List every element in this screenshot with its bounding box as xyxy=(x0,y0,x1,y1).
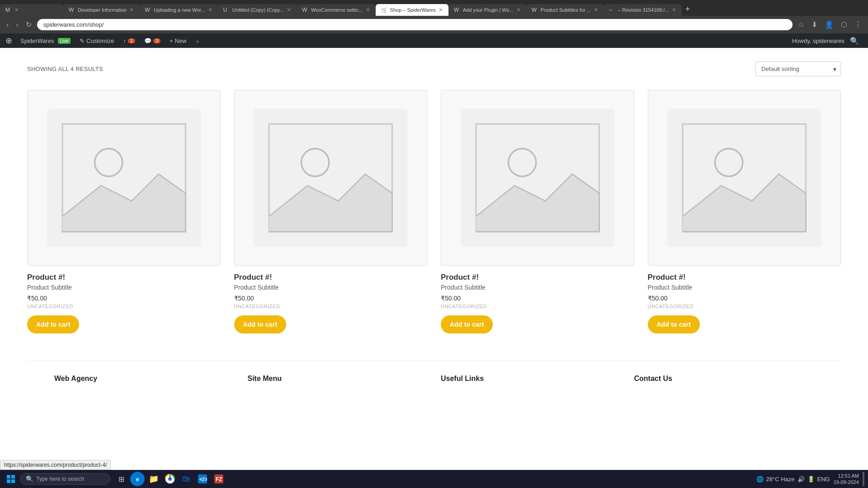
tabs-bar: M ✕ W Developer Information ✕ W Uploadin… xyxy=(0,0,868,16)
back-button[interactable]: ‹ xyxy=(5,19,10,31)
tab-woocommerce[interactable]: W WooCommerce settin... ✕ xyxy=(297,4,376,16)
profile-icon[interactable]: 👤 xyxy=(823,19,835,31)
reload-button[interactable]: ↻ xyxy=(24,19,33,31)
tab-close-revision[interactable]: ✕ xyxy=(672,7,676,13)
forward-button[interactable]: › xyxy=(14,19,20,31)
tab-favicon-revision: – xyxy=(609,7,615,13)
tab-close-add-plugin[interactable]: ✕ xyxy=(516,7,521,13)
product-category-1: UNCATEGORIZED xyxy=(27,304,221,309)
tab-close-woocommerce[interactable]: ✕ xyxy=(366,7,370,13)
tab-label-uploading: Uploading a new Wor... xyxy=(154,7,205,13)
tab-untitled[interactable]: U Untitled (Copy) (Copy... ✕ xyxy=(218,4,297,16)
add-to-cart-button-3[interactable]: Add to cart xyxy=(441,315,493,333)
product-image-3[interactable] xyxy=(441,90,634,266)
tab-developer-info[interactable]: W Developer Information ✕ xyxy=(63,4,139,16)
product-subtitle-3: Product Subtitle xyxy=(441,284,634,291)
add-to-cart-button-1[interactable]: Add to cart xyxy=(27,315,79,333)
tab-product-subtitles[interactable]: W Product Subtitles for ... ✕ xyxy=(526,4,604,16)
product-image-4[interactable] xyxy=(648,90,841,266)
add-to-cart-button-2[interactable]: Add to cart xyxy=(234,315,286,333)
tab-close-shop[interactable]: ✕ xyxy=(439,7,443,13)
address-input[interactable] xyxy=(37,19,793,30)
tab-uploading[interactable]: W Uploading a new Wor... ✕ xyxy=(139,4,218,16)
tag-icon: ⬦ xyxy=(196,38,199,44)
tab-label-revision: – Revision 3154109:/... xyxy=(618,7,669,13)
tab-gmail[interactable]: M ✕ xyxy=(0,4,63,16)
product-subtitle-1: Product Subtitle xyxy=(27,284,221,291)
add-to-cart-button-4[interactable]: Add to cart xyxy=(648,315,700,333)
comments-count: 3 xyxy=(153,38,160,43)
products-grid: Product #! Product Subtitle ₹50.00 UNCAT… xyxy=(27,90,841,333)
live-badge: Live xyxy=(58,38,71,44)
tab-close-uploading[interactable]: ✕ xyxy=(208,7,212,13)
comments-icon: 💬 xyxy=(144,38,151,44)
tab-favicon-gmail: M xyxy=(5,7,12,13)
customize-label: Customize xyxy=(86,38,114,44)
extensions-icon[interactable]: ⬡ xyxy=(839,19,849,31)
wp-logo-icon[interactable]: ⊕ xyxy=(5,36,12,46)
address-bar-row: ‹ › ↻ ☆ ⬇ 👤 ⬡ ⋮ xyxy=(0,16,868,33)
howdy-text: Howdy, spiderwares xyxy=(792,38,844,44)
wp-customize[interactable]: ✎ Customize xyxy=(75,33,118,48)
tab-label-product-subtitles: Product Subtitles for ... xyxy=(541,7,591,13)
download-icon[interactable]: ⬇ xyxy=(810,19,819,31)
footer-col-title-4: Contact Us xyxy=(634,375,814,383)
product-category-2: UNCATEGORIZED xyxy=(234,304,428,309)
new-tab-button[interactable]: + xyxy=(682,3,694,16)
tab-close-developer[interactable]: ✕ xyxy=(129,7,134,13)
site-name-label: SpiderWares xyxy=(20,38,54,44)
product-price-3: ₹50.00 xyxy=(441,295,634,302)
updates-icon: ↑ xyxy=(123,38,126,44)
wp-search-icon[interactable]: 🔍 xyxy=(846,35,863,47)
tab-favicon-add-plugin: W xyxy=(454,7,460,13)
product-title-4: Product #! xyxy=(648,273,841,282)
page-content: SHOWING ALL 4 RESULTS Default sorting So… xyxy=(0,48,868,415)
product-card-1: Product #! Product Subtitle ₹50.00 UNCAT… xyxy=(27,90,221,333)
product-subtitle-2: Product Subtitle xyxy=(234,284,428,291)
browser-chrome: M ✕ W Developer Information ✕ W Uploadin… xyxy=(0,0,868,33)
wp-site-name[interactable]: SpiderWares Live xyxy=(16,33,75,48)
wp-admin-bar: ⊕ SpiderWares Live ✎ Customize ↑ 1 💬 3 +… xyxy=(0,33,868,48)
product-image-1[interactable] xyxy=(27,90,221,266)
product-title-2: Product #! xyxy=(234,273,428,282)
product-placeholder-3 xyxy=(461,108,614,248)
sort-select[interactable]: Default sorting Sort by popularity Sort … xyxy=(755,61,841,76)
product-category-4: UNCATEGORIZED xyxy=(648,304,841,309)
tab-favicon-uploading: W xyxy=(145,7,151,13)
tab-add-plugin[interactable]: W Add your Plugin | Wo... ✕ xyxy=(448,4,526,16)
wp-admin-bar-right: Howdy, spiderwares 🔍 xyxy=(792,35,863,47)
sort-wrapper: Default sorting Sort by popularity Sort … xyxy=(755,61,841,76)
tab-label-developer: Developer Information xyxy=(78,7,127,13)
product-image-2[interactable] xyxy=(234,90,428,266)
tab-favicon-developer: W xyxy=(69,7,75,13)
bookmark-icon[interactable]: ☆ xyxy=(796,19,806,31)
showing-results-text: SHOWING ALL 4 RESULTS xyxy=(27,66,103,72)
tab-label-shop: Shop – SpiderWares xyxy=(390,7,436,13)
tab-shop[interactable]: 🛒 Shop – SpiderWares ✕ xyxy=(376,4,448,16)
updates-count: 1 xyxy=(128,38,135,43)
product-title-3: Product #! xyxy=(441,273,634,282)
product-subtitle-4: Product Subtitle xyxy=(648,284,841,291)
tab-label-woocommerce: WooCommerce settin... xyxy=(311,7,363,13)
menu-icon[interactable]: ⋮ xyxy=(853,19,863,31)
product-price-2: ₹50.00 xyxy=(234,295,428,302)
footer-col-site-menu: Site Menu xyxy=(248,375,428,388)
product-placeholder-4 xyxy=(667,108,821,248)
tab-close-product-subtitles[interactable]: ✕ xyxy=(594,7,598,13)
wp-tag-icon[interactable]: ⬦ xyxy=(191,33,204,48)
plus-icon: + xyxy=(170,38,173,44)
product-placeholder-2 xyxy=(254,108,407,248)
wp-new[interactable]: + New xyxy=(165,33,191,48)
tab-close-untitled[interactable]: ✕ xyxy=(287,7,291,13)
tab-revision[interactable]: – – Revision 3154109:/... ✕ xyxy=(604,4,682,16)
footer-col-web-agency: Web Agency xyxy=(54,375,234,388)
wp-updates[interactable]: ↑ 1 xyxy=(118,33,140,48)
footer-col-title-3: Useful Links xyxy=(441,375,621,383)
wp-comments[interactable]: 💬 3 xyxy=(140,33,165,48)
tab-label-untitled: Untitled (Copy) (Copy... xyxy=(232,7,284,13)
footer-col-title-1: Web Agency xyxy=(54,375,234,383)
tab-close-gmail[interactable]: ✕ xyxy=(14,7,19,13)
pencil-icon: ✎ xyxy=(80,38,85,44)
product-title-1: Product #! xyxy=(27,273,221,282)
tab-favicon-untitled: U xyxy=(223,7,230,13)
